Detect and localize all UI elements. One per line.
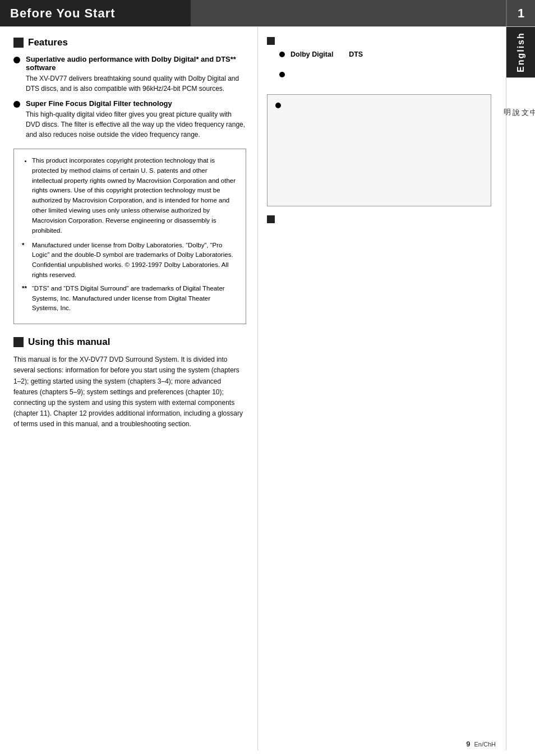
using-text: This manual is for the XV-DV77 DVD Surro… (13, 354, 246, 430)
feature1-title: Superlative audio performance with Dolby… (26, 55, 246, 72)
dolby-bullet-dot (279, 52, 285, 57)
bullet-dot-2 (13, 101, 20, 108)
right-section1-icon (267, 37, 275, 45)
features-icon (13, 38, 24, 48)
header-page-number: 1 (506, 0, 535, 26)
footer-page-num: 9 (466, 740, 470, 748)
left-column: Features Superlative audio performance w… (0, 27, 258, 750)
dolby-dts-item: Dolby Digital DTS (279, 50, 491, 58)
right-section3-heading (267, 215, 491, 223)
star-text-2: “DTS” and “DTS Digital Surround” are tra… (32, 284, 238, 314)
feature2-content: Super Fine Focus Digital Filter technolo… (26, 99, 246, 140)
notice-list: This product incorporates copyright prot… (22, 156, 238, 236)
feature1-content: Superlative audio performance with Dolby… (26, 55, 246, 94)
sidebar-language: English 中文說明 (506, 27, 535, 750)
bullet-dot-1 (13, 57, 20, 63)
notice-box: This product incorporates copyright prot… (13, 149, 246, 324)
dolby-dts-text: Dolby Digital DTS (290, 50, 363, 58)
right-inner: Dolby Digital DTS (267, 37, 491, 223)
right-section3-icon (267, 215, 275, 223)
sidebar-chinese: 中文說明 (506, 77, 536, 128)
sidebar-english: English (506, 27, 536, 77)
right-bullet-dot-2 (279, 72, 285, 77)
footer-region: En/ChH (474, 741, 496, 748)
note-star2: ** “DTS” and “DTS Digital Surround” are … (22, 284, 238, 314)
main-content: Features Superlative audio performance w… (0, 27, 535, 750)
feature1-text: The XV-DV77 delivers breathtaking sound … (26, 73, 246, 94)
right-column: Dolby Digital DTS (258, 27, 535, 750)
dts-label: DTS (349, 50, 363, 58)
page-title: Before You Start (0, 0, 191, 26)
gray-box (267, 94, 491, 206)
star-label-1: * (22, 241, 32, 280)
feature2-text: This high-quality digital video filter g… (26, 109, 246, 140)
right-section1-heading (267, 37, 491, 45)
right-bullet-2 (279, 72, 491, 77)
page-header: Before You Start 1 (0, 0, 535, 27)
notice-item-1: This product incorporates copyright prot… (32, 156, 238, 236)
sidebar-chinese-label: 中文說明 (503, 103, 535, 104)
right-lower-section (267, 215, 491, 223)
star-label-2: ** (22, 284, 32, 314)
feature1-item: Superlative audio performance with Dolby… (13, 55, 246, 94)
using-icon (13, 337, 24, 347)
header-right-bar (191, 0, 506, 26)
using-heading-label: Using this manual (28, 336, 110, 348)
page-footer: 9 En/ChH (466, 740, 496, 748)
feature2-item: Super Fine Focus Digital Filter technolo… (13, 99, 246, 140)
features-heading: Features (13, 37, 246, 48)
dolby-label: Dolby Digital (290, 50, 333, 58)
feature2-title: Super Fine Focus Digital Filter technolo… (26, 99, 246, 108)
gray-box-bullet (275, 103, 483, 108)
features-heading-label: Features (28, 37, 68, 48)
using-heading: Using this manual (13, 336, 246, 348)
gray-box-bullet-dot (275, 103, 281, 108)
star-text-1: Manufactured under license from Dolby La… (32, 241, 238, 280)
note-star1: * Manufactured under license from Dolby … (22, 241, 238, 280)
using-section: Using this manual This manual is for the… (13, 336, 246, 430)
